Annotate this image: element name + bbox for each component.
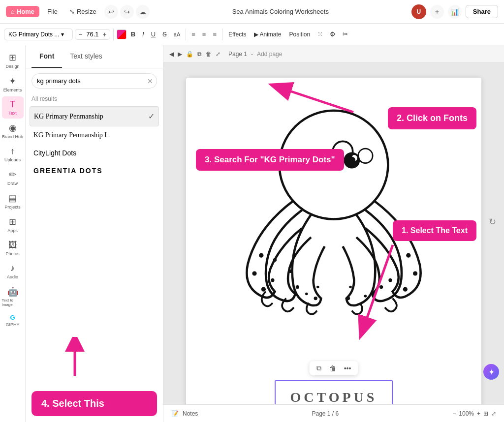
undo-button[interactable]: ↩ (104, 5, 118, 19)
align-center-button[interactable]: ≡ (200, 29, 209, 40)
resize-page-button[interactable]: ⤢ (216, 51, 220, 58)
prev-page-button[interactable]: ◀ (169, 51, 174, 58)
zoom-level: 100% (459, 410, 474, 417)
align-left-button[interactable]: ≡ (189, 29, 198, 40)
save-status-button[interactable]: ☁ (136, 5, 150, 19)
separator-2 (186, 29, 186, 40)
more-options-button[interactable]: ⁙ (315, 29, 325, 40)
font-size-decrease[interactable]: − (77, 30, 83, 38)
sidebar-item-photos[interactable]: 🖼 Photos (2, 237, 24, 259)
page-navigation: Page 1 / 6 (202, 410, 448, 417)
separator-3 (222, 29, 222, 40)
canvas-scroll-area[interactable]: ⧉ 🗑 ••• OCTOPUS 1. Select The Text (163, 63, 504, 404)
undo-redo-group: ↩ ↪ ☁ (104, 5, 150, 19)
delete-page-button[interactable]: 🗑 (206, 51, 212, 58)
audio-icon: ♪ (10, 263, 15, 273)
sidebar-item-apps[interactable]: ⊞ Apps (2, 213, 24, 236)
underline-button[interactable]: U (149, 29, 158, 40)
notes-label[interactable]: Notes (183, 410, 198, 417)
refresh-button[interactable]: ↻ (489, 216, 496, 227)
sidebar-item-elements[interactable]: ✦ Elements (2, 73, 24, 95)
sidebar-item-brandhub[interactable]: ◉ Brand Hub (2, 120, 24, 142)
canvas-topbar: ◀ ▶ 🔒 ⧉ 🗑 ⤢ Page 1 - Add page (163, 45, 504, 63)
draw-label: Draw (7, 181, 18, 186)
home-button[interactable]: ⌂ Home (6, 6, 39, 17)
font-selector-dropdown[interactable]: KG Primary Dots ... ▾ (4, 29, 73, 40)
text-icon: T (10, 99, 15, 110)
svg-point-27 (316, 286, 319, 289)
case-button[interactable]: aA (171, 30, 183, 39)
home-label: Home (17, 8, 34, 15)
svg-point-22 (388, 278, 392, 282)
grid-view-button[interactable]: ⊞ (483, 410, 488, 417)
sidebar-item-uploads[interactable]: ↑ Uploads (2, 143, 24, 165)
resize-label: Resize (77, 8, 96, 15)
zoom-out-button[interactable]: − (452, 410, 456, 417)
arrow-step4-svg (60, 337, 90, 376)
analytics-button[interactable]: 📊 (448, 5, 462, 19)
effects-button[interactable]: Effects (225, 29, 249, 40)
share-button[interactable]: Share (466, 5, 498, 18)
help-button[interactable]: ✦ (483, 364, 499, 380)
add-collaborator-button[interactable]: ＋ (430, 5, 444, 19)
bold-button[interactable]: B (128, 29, 138, 40)
font-item-name-1: KG Primary Penmanship L (33, 131, 109, 139)
font-selector-label: KG Primary Dots ... (8, 31, 59, 38)
audio-label: Audio (7, 274, 18, 279)
octopus-text-box[interactable]: OCTOPUS (275, 380, 393, 404)
text-to-image-label: Text to Image (2, 298, 24, 307)
strikethrough-button[interactable]: S (160, 29, 169, 40)
text-action-bar: ⧉ 🗑 ••• (310, 361, 358, 375)
text-color-picker[interactable] (117, 30, 126, 39)
zoom-in-button[interactable]: + (477, 410, 480, 417)
svg-point-10 (358, 149, 373, 163)
draw-icon: ✏ (9, 169, 16, 180)
sidebar-item-text[interactable]: T Text (2, 96, 24, 119)
search-clear-button[interactable]: ✕ (147, 77, 153, 85)
duplicate-page-button[interactable]: ⧉ (197, 51, 202, 58)
sidebar-item-projects[interactable]: ▤ Projects (2, 190, 24, 212)
add-page-link[interactable]: Add page (257, 51, 282, 58)
elements-icon: ✦ (9, 76, 16, 87)
font-item-3[interactable]: GREENTIA DOTS (30, 162, 159, 180)
more-text-button[interactable]: ••• (341, 363, 354, 373)
font-size-control: − 76.1 + (75, 29, 110, 40)
sidebar-icons: ⊞ Design ✦ Elements T Text ◉ Brand Hub ↑… (0, 45, 26, 422)
font-item-0[interactable]: KG Primary Penmanship ✓ (30, 106, 159, 126)
next-page-button[interactable]: ▶ (178, 51, 182, 58)
sidebar-item-design[interactable]: ⊞ Design (2, 49, 24, 72)
sidebar-item-giphy[interactable]: G GIPHY (2, 311, 24, 330)
lock-button[interactable]: 🔒 (186, 51, 193, 58)
svg-point-7 (312, 157, 319, 164)
file-menu[interactable]: File (43, 6, 62, 17)
add-page-label: - (251, 51, 253, 58)
svg-point-9 (333, 141, 352, 161)
sidebar-item-audio[interactable]: ♪ Audio (2, 260, 24, 282)
font-panel: Font Text styles ✕ All results KG Primar… (26, 45, 163, 422)
font-search-input[interactable] (32, 73, 157, 89)
fullscreen-button[interactable]: ⤢ (491, 410, 496, 417)
delete-text-button[interactable]: 🗑 (326, 363, 339, 373)
position-button[interactable]: Position (286, 29, 314, 40)
crop-button[interactable]: ✂ (340, 29, 350, 40)
text-box-wrapper[interactable]: OCTOPUS (275, 380, 393, 404)
avatar[interactable]: U (411, 4, 426, 19)
tab-text-styles[interactable]: Text styles (62, 45, 110, 68)
italic-button[interactable]: I (140, 29, 147, 40)
copy-text-button[interactable]: ⧉ (314, 363, 324, 373)
sidebar-item-draw[interactable]: ✏ Draw (2, 166, 24, 189)
animate-button[interactable]: ▶ Animate (251, 29, 284, 40)
font-list: KG Primary Penmanship ✓ KG Primary Penma… (26, 106, 163, 381)
filter-button[interactable]: ⚙ (327, 29, 338, 40)
tab-font[interactable]: Font (32, 45, 62, 68)
resize-menu[interactable]: ⤡ Resize (65, 6, 100, 17)
font-item-2[interactable]: CityLight Dots (30, 144, 159, 162)
svg-point-18 (305, 293, 308, 296)
svg-point-20 (413, 271, 417, 275)
font-item-1[interactable]: KG Primary Penmanship L (30, 126, 159, 144)
sidebar-item-text-to-image[interactable]: 🤖 Text to Image (2, 283, 24, 310)
align-right-button[interactable]: ≡ (210, 29, 219, 40)
font-size-increase[interactable]: + (102, 30, 108, 38)
uploads-label: Uploads (4, 157, 21, 162)
redo-button[interactable]: ↪ (120, 5, 134, 19)
